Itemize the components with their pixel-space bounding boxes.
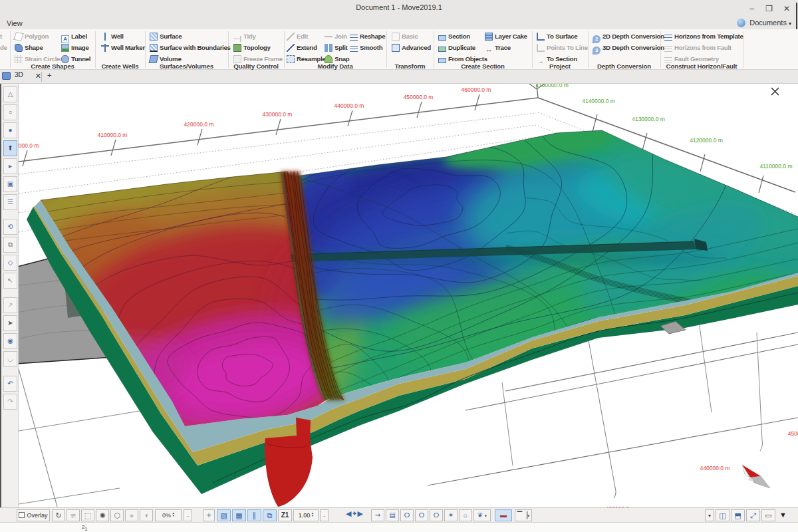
svg-text:450000: 450000 xyxy=(788,430,798,437)
svg-text:430000.0 m: 430000.0 m xyxy=(263,111,293,118)
svg-text:400000.0 m: 400000.0 m xyxy=(19,142,39,149)
svg-text:450000.0 m: 450000.0 m xyxy=(404,94,434,100)
svg-text:4110000.0 m: 4110000.0 m xyxy=(760,163,793,170)
svg-text:4130000.0 m: 4130000.0 m xyxy=(632,116,665,122)
svg-text:420000.0 m: 420000.0 m xyxy=(184,121,214,128)
svg-text:4150000.0 m: 4150000.0 m xyxy=(535,84,569,88)
svg-text:460000.0 m: 460000.0 m xyxy=(462,86,491,93)
svg-text:4120000.0 m: 4120000.0 m xyxy=(690,137,723,144)
svg-text:440000.0 m: 440000.0 m xyxy=(334,102,364,109)
svg-text:4140000.0 m: 4140000.0 m xyxy=(582,98,615,104)
svg-text:410000.0 m: 410000.0 m xyxy=(98,132,128,138)
svg-text:440000.0 m: 440000.0 m xyxy=(700,465,730,471)
